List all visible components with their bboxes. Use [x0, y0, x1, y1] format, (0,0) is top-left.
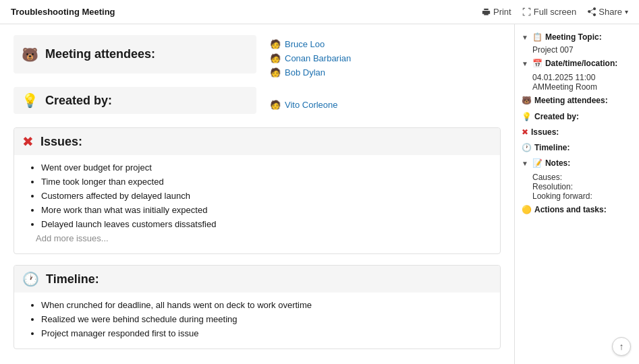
- created-by-list: 🧑 Vito Corleone: [270, 87, 338, 119]
- sidebar-toggle-datetime[interactable]: ▼: [522, 59, 528, 69]
- meeting-attendees-label: Meeting attendees:: [45, 47, 155, 61]
- timeline-heading: Timeline:: [46, 272, 99, 286]
- attendee-icon-0: 🧑: [270, 39, 281, 49]
- sidebar-datetime-label: Date/time/location:: [545, 57, 617, 70]
- issue-item-2: Customers affected by delayed launch: [41, 189, 489, 203]
- sidebar-timeline-label: Timeline:: [534, 142, 569, 154]
- right-sidebar: ▼ 📋 Meeting Topic: Project 007 ▼ 📅 Date/…: [514, 24, 639, 364]
- sidebar-notes-icon: 📝: [532, 157, 543, 170]
- sidebar-issues-icon: ✖: [522, 126, 528, 139]
- main-layout: 🐻 Meeting attendees: 🧑 Bruce Loo 🧑 Conan…: [0, 24, 639, 364]
- sidebar-resolution: Resolution:: [522, 182, 632, 191]
- sidebar-timeline-row: 🕐 Timeline:: [522, 142, 632, 154]
- sidebar-created-by-label: Created by:: [534, 111, 579, 123]
- sidebar-timeline-icon: 🕐: [522, 142, 532, 154]
- sidebar-causes: Causes:: [522, 173, 632, 182]
- attendee-item-2: 🧑 Bob Dylan: [270, 66, 351, 79]
- scroll-top-button[interactable]: ↑: [612, 337, 631, 356]
- sidebar-issues-label: Issues:: [531, 126, 559, 139]
- sidebar-issues-row: ✖ Issues:: [522, 126, 632, 139]
- issue-item-0: Went over budget for project: [41, 160, 489, 175]
- created-by-label: Created by:: [45, 94, 112, 108]
- page-title: Troubleshooting Meeting: [11, 7, 115, 17]
- timeline-header: 🕐 Timeline:: [14, 266, 500, 293]
- sidebar-looking-forward: Looking forward:: [522, 191, 632, 201]
- sidebar-notes-row: ▼ 📝 Notes:: [522, 157, 632, 170]
- attendee-name-0: Bruce Loo: [285, 39, 325, 49]
- attendee-icon-2: 🧑: [270, 67, 281, 78]
- topbar: Troubleshooting Meeting Print Full scree…: [0, 0, 639, 24]
- sidebar-datetime-value: 04.01.2025 11:00 AMMeeting Room: [522, 73, 632, 92]
- timeline-item-1: Realized we were behind schedule during …: [41, 312, 489, 326]
- sidebar-attendees-row: 🐻 Meeting attendees:: [522, 94, 632, 107]
- fullscreen-icon: [522, 7, 531, 16]
- issues-heading: Issues:: [40, 135, 82, 149]
- attendee-item-1: 🧑 Conan Barbarian: [270, 52, 351, 65]
- attendee-item-0: 🧑 Bruce Loo: [270, 38, 351, 51]
- topbar-actions: Print Full screen Share ▾: [482, 7, 628, 17]
- issues-body: Went over budget for project Time took l…: [14, 155, 500, 253]
- sidebar-actions-label: Actions and tasks:: [534, 204, 607, 216]
- sidebar-actions-icon: 🟡: [522, 204, 532, 216]
- attendee-name-1: Conan Barbarian: [285, 53, 351, 63]
- creator-icon-0: 🧑: [270, 100, 281, 110]
- timeline-icon: 🕐: [22, 271, 39, 287]
- sidebar-attendees-icon: 🐻: [522, 94, 532, 107]
- issue-item-4: Delayed launch leaves customers dissatsf…: [41, 217, 489, 231]
- created-by-emoji: 💡: [22, 92, 38, 109]
- sidebar-datetime-icon: 📅: [532, 57, 543, 70]
- sidebar-topic-icon: 📋: [532, 31, 543, 44]
- sidebar-created-by-icon: 💡: [522, 111, 532, 123]
- attendees-emoji: 🐻: [22, 47, 38, 63]
- meeting-attendees-header: 🐻 Meeting attendees:: [13, 35, 256, 73]
- share-button[interactable]: Share ▾: [587, 7, 628, 17]
- issues-section: ✖ Issues: Went over budget for project T…: [13, 127, 501, 254]
- attendees-row: 🐻 Meeting attendees: 🧑 Bruce Loo 🧑 Conan…: [13, 35, 501, 79]
- issues-list: Went over budget for project Time took l…: [25, 160, 489, 245]
- issue-item-1: Time took longer than expected: [41, 175, 489, 189]
- sidebar-actions-row: 🟡 Actions and tasks:: [522, 204, 632, 216]
- created-by-row: 💡 Created by: 🧑 Vito Corleone: [13, 87, 501, 119]
- sidebar-toggle-topic[interactable]: ▼: [522, 32, 528, 43]
- print-icon: [482, 7, 491, 16]
- sidebar-notes-label: Notes:: [545, 157, 570, 170]
- add-more-issues[interactable]: Add more issues...: [36, 231, 489, 245]
- content-area: 🐻 Meeting attendees: 🧑 Bruce Loo 🧑 Conan…: [0, 24, 514, 364]
- issues-icon: ✖: [22, 133, 34, 150]
- sidebar-created-by-row: 💡 Created by:: [522, 111, 632, 123]
- share-icon: [587, 7, 596, 16]
- attendee-icon-1: 🧑: [270, 53, 281, 63]
- creator-item-0: 🧑 Vito Corleone: [270, 98, 338, 111]
- sidebar-meeting-topic-label: Meeting Topic:: [545, 31, 602, 44]
- sidebar-toggle-notes[interactable]: ▼: [522, 158, 528, 169]
- sidebar-meeting-topic-value: Project 007: [522, 45, 632, 55]
- issue-item-3: More work than what was initially expect…: [41, 203, 489, 217]
- issues-header: ✖ Issues:: [14, 128, 500, 155]
- fullscreen-button[interactable]: Full screen: [522, 7, 577, 17]
- sidebar-datetime-row: ▼ 📅 Date/time/location:: [522, 57, 632, 70]
- timeline-list: When crunched for deadline, all hands we…: [25, 298, 489, 340]
- attendee-name-2: Bob Dylan: [285, 67, 325, 78]
- timeline-item-2: Project manager responded first to issue: [41, 326, 489, 340]
- created-by-header: 💡 Created by:: [13, 87, 256, 114]
- print-button[interactable]: Print: [482, 7, 511, 17]
- sidebar-topic-row: ▼ 📋 Meeting Topic:: [522, 31, 632, 44]
- sidebar-attendees-label: Meeting attendees:: [534, 94, 608, 107]
- timeline-body: When crunched for deadline, all hands we…: [14, 293, 500, 348]
- creator-name-0: Vito Corleone: [285, 100, 338, 110]
- timeline-item-0: When crunched for deadline, all hands we…: [41, 298, 489, 312]
- timeline-section: 🕐 Timeline: When crunched for deadline, …: [13, 265, 501, 349]
- attendees-list: 🧑 Bruce Loo 🧑 Conan Barbarian 🧑 Bob Dyla…: [270, 35, 351, 79]
